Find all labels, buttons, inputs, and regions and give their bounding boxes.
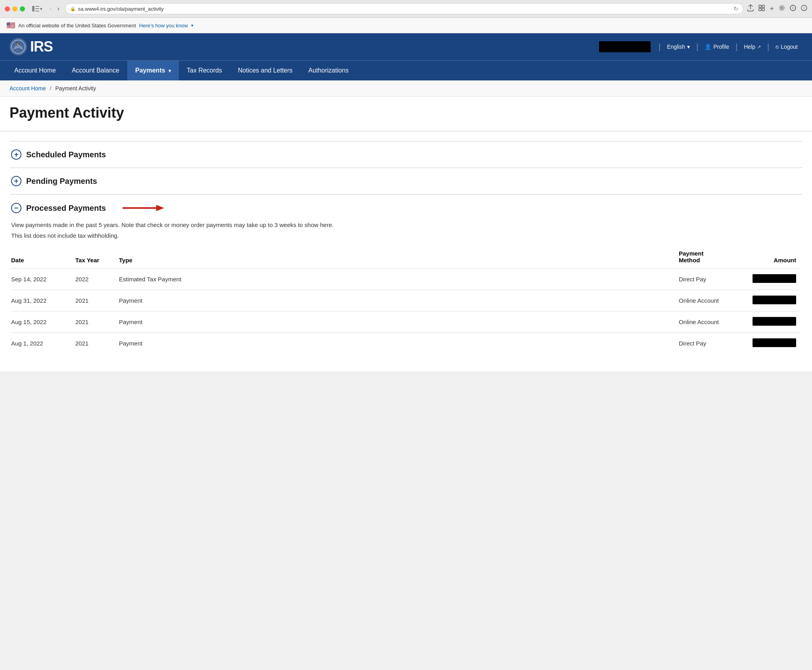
reload-button[interactable]: ↻ xyxy=(733,6,738,12)
nav-link-tax-records[interactable]: Tax Records xyxy=(179,61,230,80)
external-link-icon: ↗ xyxy=(757,44,761,50)
payments-table: Date Tax Year Type PaymentMethod Amount … xyxy=(11,247,801,354)
cell-method-3: Direct Pay xyxy=(674,333,745,354)
processed-collapse-icon: − xyxy=(11,203,21,213)
svg-text:i: i xyxy=(804,6,804,10)
scheduled-expand-icon: + xyxy=(11,149,21,160)
info-button[interactable]: i xyxy=(801,5,807,13)
nav-link-payments[interactable]: Payments ▾ xyxy=(127,61,179,80)
gov-banner: 🇺🇸 An official website of the United Sta… xyxy=(0,18,812,33)
nav-item-authorizations: Authorizations xyxy=(301,61,356,80)
sidebar-toggle-button[interactable]: ▾ xyxy=(32,6,42,11)
redacted-amount-0 xyxy=(753,274,796,283)
address-input[interactable]: 🔒 sa.www4.irs.gov/ola/payment_activity ↻ xyxy=(65,3,744,14)
processed-payments-section: − Processed Payments View payments made … xyxy=(10,194,802,362)
irs-header: 🦅 IRS | English ▾ | 👤 Profile | Help ↗ |… xyxy=(0,33,812,60)
svg-rect-6 xyxy=(759,8,761,11)
svg-text:🦅: 🦅 xyxy=(16,42,21,46)
pending-payments-header[interactable]: + Pending Payments xyxy=(10,168,802,194)
gov-banner-text: An official website of the United States… xyxy=(18,23,136,29)
pending-payments-title: Pending Payments xyxy=(26,177,97,186)
display-button[interactable] xyxy=(790,5,796,13)
profile-label: Profile xyxy=(713,44,729,50)
profile-button[interactable]: 👤 Profile xyxy=(700,41,734,52)
breadcrumb-separator: / xyxy=(50,85,52,92)
close-dot[interactable] xyxy=(5,6,10,11)
col-header-date: Date xyxy=(11,247,71,269)
processed-payments-content: View payments made in the past 5 years. … xyxy=(10,221,802,362)
english-language-button[interactable]: English ▾ xyxy=(662,41,695,52)
redacted-amount-1 xyxy=(753,296,796,304)
processed-description-2: This list does not include tax withholdi… xyxy=(11,232,801,239)
cell-date-3: Aug 1, 2022 xyxy=(11,333,71,354)
cell-date-1: Aug 31, 2022 xyxy=(11,290,71,311)
maximize-dot[interactable] xyxy=(20,6,25,11)
nav-link-account-home[interactable]: Account Home xyxy=(6,61,64,80)
minimize-dot[interactable] xyxy=(12,6,17,11)
breadcrumb-current: Payment Activity xyxy=(56,85,96,92)
cell-method-0: Direct Pay xyxy=(674,269,745,290)
nav-link-authorizations[interactable]: Authorizations xyxy=(301,61,356,80)
page-title-area: Payment Activity xyxy=(0,97,812,132)
flag-icon: 🇺🇸 xyxy=(6,21,15,30)
payments-dropdown-icon: ▾ xyxy=(169,68,171,74)
pending-payments-section: + Pending Payments xyxy=(10,168,802,194)
cell-taxyear-3: 2021 xyxy=(71,333,114,354)
forward-button[interactable]: › xyxy=(56,4,61,13)
how-you-know-link[interactable]: Here's how you know xyxy=(139,23,188,29)
col-header-amount: Amount xyxy=(745,247,801,269)
col-header-method: PaymentMethod xyxy=(674,247,745,269)
payments-table-header-row: Date Tax Year Type PaymentMethod Amount xyxy=(11,247,801,269)
redacted-amount-3 xyxy=(753,338,796,347)
cell-amount-2 xyxy=(745,311,801,333)
irs-logo: 🦅 IRS xyxy=(10,38,53,55)
cell-type-1: Payment xyxy=(114,290,674,311)
banner-dropdown-arrow: ▾ xyxy=(191,23,193,28)
cell-type-0: Estimated Tax Payment xyxy=(114,269,674,290)
cell-type-2: Payment xyxy=(114,311,674,333)
browser-dots xyxy=(5,6,25,11)
nav-item-tax-records: Tax Records xyxy=(179,61,230,80)
nav-item-account-home: Account Home xyxy=(6,61,64,80)
payments-table-head: Date Tax Year Type PaymentMethod Amount xyxy=(11,247,801,269)
main-content: + Scheduled Payments + Pending Payments … xyxy=(0,132,812,371)
main-navigation: Account Home Account Balance Payments ▾ … xyxy=(0,60,812,80)
grid-view-button[interactable] xyxy=(758,5,765,13)
svg-rect-3 xyxy=(35,11,39,11)
cell-taxyear-2: 2021 xyxy=(71,311,114,333)
cell-date-2: Aug 15, 2022 xyxy=(11,311,71,333)
svg-rect-1 xyxy=(35,6,39,7)
cell-taxyear-1: 2021 xyxy=(71,290,114,311)
logout-button[interactable]: ⎋ Logout xyxy=(771,41,802,52)
help-label: Help xyxy=(744,44,755,50)
cell-date-0: Sep 14, 2022 xyxy=(11,269,71,290)
back-button[interactable]: ‹ xyxy=(48,4,53,13)
share-button[interactable] xyxy=(747,4,754,13)
cell-method-1: Online Account xyxy=(674,290,745,311)
breadcrumb-home-link[interactable]: Account Home xyxy=(10,85,46,92)
nav-link-account-balance[interactable]: Account Balance xyxy=(64,61,127,80)
irs-emblem: 🦅 xyxy=(10,38,27,55)
col-header-taxyear: Tax Year xyxy=(71,247,114,269)
new-tab-button[interactable]: + xyxy=(770,5,774,13)
processed-description-1: View payments made in the past 5 years. … xyxy=(11,221,801,228)
col-header-type: Type xyxy=(114,247,674,269)
nav-link-notices[interactable]: Notices and Letters xyxy=(230,61,301,80)
processed-payments-header[interactable]: − Processed Payments xyxy=(10,195,802,221)
cell-type-3: Payment xyxy=(114,333,674,354)
settings-button[interactable] xyxy=(779,5,785,13)
annotation-arrow xyxy=(119,202,166,214)
irs-logo-text: IRS xyxy=(30,38,53,55)
scheduled-payments-section: + Scheduled Payments xyxy=(10,141,802,168)
table-row: Aug 31, 2022 2021 Payment Online Account xyxy=(11,290,801,311)
lock-icon: 🔒 xyxy=(70,6,76,11)
cell-taxyear-0: 2022 xyxy=(71,269,114,290)
scheduled-payments-header[interactable]: + Scheduled Payments xyxy=(10,141,802,168)
svg-rect-7 xyxy=(762,8,764,11)
help-button[interactable]: Help ↗ xyxy=(739,41,766,52)
nav-item-notices: Notices and Letters xyxy=(230,61,301,80)
svg-rect-0 xyxy=(32,6,34,11)
browser-chrome: ▾ ‹ › 🔒 sa.www4.irs.gov/ola/payment_acti… xyxy=(0,0,812,18)
svg-point-9 xyxy=(790,5,796,11)
redacted-user-info xyxy=(599,41,651,52)
